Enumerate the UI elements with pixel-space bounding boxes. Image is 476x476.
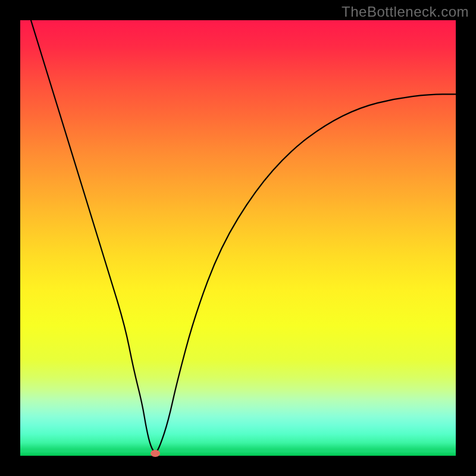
- plot-area: [20, 20, 456, 456]
- bottleneck-curve: [20, 20, 456, 456]
- bottleneck-marker: [151, 450, 160, 457]
- chart-frame: TheBottleneck.com: [0, 0, 476, 476]
- watermark-text: TheBottleneck.com: [342, 4, 469, 20]
